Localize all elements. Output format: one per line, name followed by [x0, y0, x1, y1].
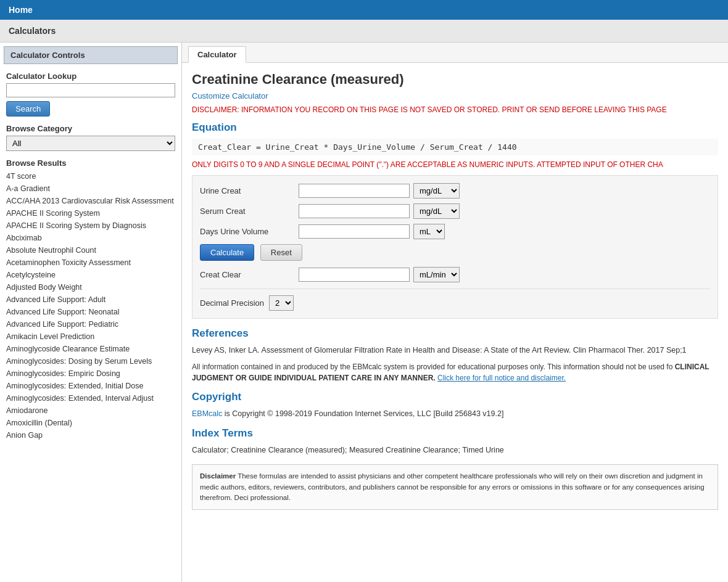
- list-item[interactable]: Amiodarone: [6, 404, 175, 417]
- list-item[interactable]: APACHE II Scoring System by Diagnosis: [6, 219, 175, 232]
- sidebar: Calculator Controls Calculator Lookup Se…: [0, 43, 182, 582]
- index-text: Calculator; Creatinine Clearance (measur…: [192, 445, 718, 456]
- list-item[interactable]: Aminoglycosides: Extended, Interval Adju…: [6, 392, 175, 404]
- list-item[interactable]: Advanced Life Support: Adult: [6, 293, 175, 306]
- lookup-input[interactable]: [6, 83, 175, 97]
- category-label: Browse Category: [6, 124, 175, 133]
- reference-text: Levey AS, Inker LA. Assessment of Glomer…: [192, 345, 718, 356]
- list-item[interactable]: Aminoglycosides: Dosing by Serum Levels: [6, 355, 175, 367]
- disclaimer-box-title: Disclaimer: [200, 472, 236, 480]
- browse-results: Browse Results 4T scoreA-a GradientACC/A…: [0, 155, 181, 445]
- result-row: Creat Clear mL/min mL/hr: [200, 267, 710, 282]
- references-title: References: [192, 327, 718, 340]
- equation-box: Creat_Clear = Urine_Creat * Days_Urine_V…: [192, 139, 718, 155]
- calc-form: Urine Creat mg/dL mmol/L Serum Creat mg/…: [192, 175, 718, 319]
- calculator-lookup: Calculator Lookup Search: [0, 68, 181, 120]
- copyright-section: Copyright EBMcalc is Copyright © 1998-20…: [192, 391, 718, 420]
- list-item[interactable]: 4T score: [6, 170, 175, 182]
- list-item[interactable]: Aminoglycosides: Empiric Dosing: [6, 367, 175, 380]
- sub-header: Calculators: [0, 20, 728, 43]
- copyright-text: EBMcalc is Copyright © 1998-2019 Foundat…: [192, 408, 718, 420]
- creat-clear-unit[interactable]: mL/min mL/hr: [413, 267, 460, 282]
- ebmcalc-link[interactable]: EBMcalc: [192, 409, 222, 418]
- list-item[interactable]: Anion Gap: [6, 429, 175, 441]
- index-section: Index Terms Calculator; Creatinine Clear…: [192, 427, 718, 456]
- calculator-tab[interactable]: Calculator: [188, 46, 246, 63]
- days-urine-unit[interactable]: mL L: [413, 224, 445, 239]
- browse-list: 4T scoreA-a GradientACC/AHA 2013 Cardiov…: [6, 170, 175, 441]
- list-item[interactable]: Absolute Neutrophil Count: [6, 244, 175, 256]
- references-section: References Levey AS, Inker LA. Assessmen…: [192, 327, 718, 383]
- customize-link[interactable]: Customize Calculator: [192, 91, 718, 100]
- list-item[interactable]: Abciximab: [6, 232, 175, 244]
- serum-creat-input[interactable]: [299, 204, 410, 218]
- category-select[interactable]: All: [6, 136, 175, 151]
- serum-creat-label: Serum Creat: [200, 207, 299, 216]
- disclaimer-box: Disclaimer These formulas are intended t…: [192, 464, 718, 510]
- input-warning: ONLY DIGITS 0 TO 9 AND A SINGLE DECIMAL …: [192, 160, 718, 169]
- list-item[interactable]: Advanced Life Support: Pediatric: [6, 318, 175, 330]
- list-item[interactable]: Amoxicillin (Dental): [6, 417, 175, 429]
- page-title: Creatinine Clearance (measured): [192, 72, 718, 88]
- lookup-label: Calculator Lookup: [6, 72, 175, 81]
- main-content: Creatinine Clearance (measured) Customiz…: [182, 63, 728, 518]
- decimal-precision-select[interactable]: 0 1 2 3 4: [269, 295, 294, 311]
- creat-clear-result[interactable]: [299, 268, 410, 282]
- sidebar-header: Calculator Controls: [4, 46, 178, 64]
- serum-creat-row: Serum Creat mg/dL mmol/L: [200, 203, 710, 219]
- list-item[interactable]: Advanced Life Support: Neonatal: [6, 306, 175, 318]
- main-layout: Calculator Controls Calculator Lookup Se…: [0, 43, 728, 582]
- home-link[interactable]: Home: [9, 5, 33, 15]
- top-nav[interactable]: Home: [0, 0, 728, 20]
- decimal-precision-label: Decimal Precision: [200, 298, 264, 308]
- list-item[interactable]: Amikacin Level Prediction: [6, 330, 175, 343]
- list-item[interactable]: Adjusted Body Weight: [6, 281, 175, 293]
- list-item[interactable]: Aminoglycoside Clearance Estimate: [6, 343, 175, 355]
- list-item[interactable]: Aminoglycosides: Extended, Initial Dose: [6, 380, 175, 392]
- list-item[interactable]: Acetaminophen Toxicity Assessment: [6, 256, 175, 269]
- reset-button[interactable]: Reset: [260, 244, 302, 261]
- browse-results-title: Browse Results: [6, 158, 175, 168]
- disclaimer-paragraph: All information contained in and produce…: [192, 361, 718, 383]
- urine-creat-input[interactable]: [299, 184, 410, 198]
- urine-creat-label: Urine Creat: [200, 186, 299, 195]
- serum-creat-unit[interactable]: mg/dL mmol/L: [413, 203, 460, 219]
- search-button[interactable]: Search: [6, 101, 50, 117]
- equation-section-title: Equation: [192, 121, 718, 134]
- decimal-precision-row: Decimal Precision 0 1 2 3 4: [200, 289, 710, 311]
- days-urine-row: Days Urine Volume mL L: [200, 224, 710, 239]
- calculate-button[interactable]: Calculate: [200, 244, 254, 261]
- days-urine-input[interactable]: [299, 224, 410, 239]
- list-item[interactable]: APACHE II Scoring System: [6, 207, 175, 219]
- index-title: Index Terms: [192, 427, 718, 440]
- tab-bar: Calculator: [182, 43, 728, 63]
- list-item[interactable]: Acetylcysteine: [6, 269, 175, 281]
- creat-clear-label: Creat Clear: [200, 270, 299, 279]
- browse-category: Browse Category All: [0, 120, 181, 155]
- disclaimer-red: DISCLAIMER: INFORMATION YOU RECORD ON TH…: [192, 105, 718, 114]
- calculators-label: Calculators: [9, 26, 56, 36]
- button-row: Calculate Reset: [200, 244, 710, 261]
- list-item[interactable]: ACC/AHA 2013 Cardiovascular Risk Assessm…: [6, 195, 175, 207]
- list-item[interactable]: A-a Gradient: [6, 182, 175, 195]
- urine-creat-unit[interactable]: mg/dL mmol/L: [413, 183, 460, 199]
- content-area: Calculator Creatinine Clearance (measure…: [182, 43, 728, 582]
- disclaimer-box-text: These formulas are intended to assist ph…: [200, 472, 705, 501]
- disclaimer-full-link[interactable]: Click here for full notice and disclaime…: [437, 374, 566, 382]
- copyright-title: Copyright: [192, 391, 718, 403]
- urine-creat-row: Urine Creat mg/dL mmol/L: [200, 183, 710, 199]
- equation-text: Creat_Clear = Urine_Creat * Days_Urine_V…: [198, 142, 517, 152]
- days-urine-label: Days Urine Volume: [200, 227, 299, 236]
